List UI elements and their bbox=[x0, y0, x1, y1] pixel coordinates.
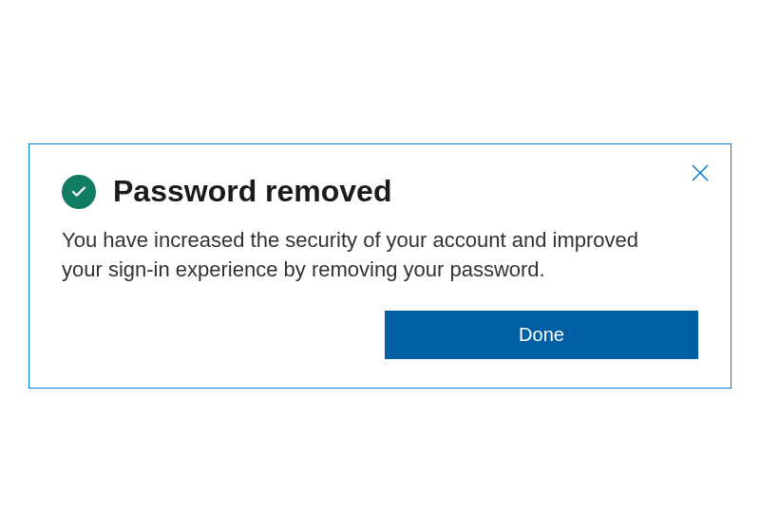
dialog-title: Password removed bbox=[113, 175, 391, 208]
dialog-message: You have increased the security of your … bbox=[62, 226, 698, 285]
close-button[interactable] bbox=[683, 158, 717, 192]
success-icon bbox=[62, 175, 96, 209]
confirmation-dialog: Password removed You have increased the … bbox=[28, 143, 732, 390]
done-button[interactable]: Done bbox=[385, 311, 698, 359]
dialog-header: Password removed bbox=[62, 175, 698, 209]
close-icon bbox=[689, 162, 712, 187]
dialog-actions: Done bbox=[62, 311, 698, 359]
